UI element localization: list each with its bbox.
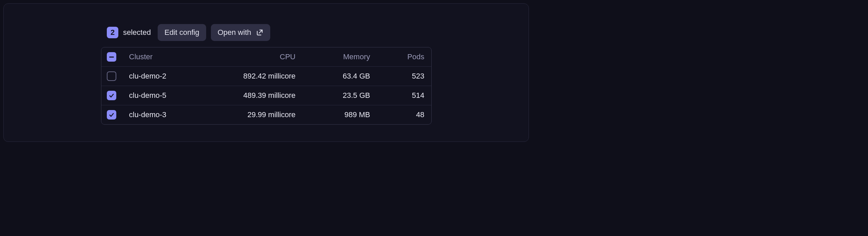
- table-row[interactable]: clu-demo-5 489.39 millicore 23.5 GB 514: [101, 86, 431, 105]
- select-all-checkbox[interactable]: [107, 52, 116, 62]
- open-with-label: Open with: [218, 28, 251, 37]
- check-icon: [108, 92, 115, 99]
- row-checkbox[interactable]: [107, 91, 116, 100]
- cell-pods: 523: [370, 72, 425, 81]
- open-external-icon: [256, 29, 263, 36]
- header-memory: Memory: [296, 52, 370, 61]
- cluster-table: Cluster CPU Memory Pods clu-demo-2 892.4…: [101, 47, 432, 125]
- selected-label: selected: [123, 28, 151, 37]
- table-header-row: Cluster CPU Memory Pods: [101, 47, 431, 67]
- selected-count-badge: 2: [107, 27, 118, 38]
- check-icon: [108, 112, 115, 118]
- selection-toolbar: 2 selected Edit config Open with: [4, 24, 529, 41]
- cluster-panel: 2 selected Edit config Open with Cluster…: [3, 3, 529, 142]
- header-cluster: Cluster: [129, 52, 221, 61]
- cell-pods: 514: [370, 91, 425, 100]
- cell-cpu: 892.42 millicore: [221, 72, 296, 81]
- cell-cpu: 29.99 millicore: [221, 110, 296, 119]
- open-with-button[interactable]: Open with: [211, 24, 270, 41]
- cell-cpu: 489.39 millicore: [221, 91, 296, 100]
- cell-memory: 63.4 GB: [296, 72, 370, 81]
- header-pods: Pods: [370, 52, 425, 61]
- cell-cluster: clu-demo-5: [129, 91, 221, 100]
- row-checkbox[interactable]: [107, 110, 116, 120]
- cell-memory: 23.5 GB: [296, 91, 370, 100]
- row-checkbox[interactable]: [107, 71, 116, 81]
- table-row[interactable]: clu-demo-3 29.99 millicore 989 MB 48: [101, 105, 431, 124]
- cell-pods: 48: [370, 110, 425, 119]
- indeterminate-icon: [109, 57, 114, 58]
- cell-cluster: clu-demo-2: [129, 72, 221, 81]
- edit-config-label: Edit config: [164, 28, 199, 37]
- cell-memory: 989 MB: [296, 110, 370, 119]
- edit-config-button[interactable]: Edit config: [158, 24, 206, 41]
- header-cpu: CPU: [221, 52, 296, 61]
- cell-cluster: clu-demo-3: [129, 110, 221, 119]
- table-row[interactable]: clu-demo-2 892.42 millicore 63.4 GB 523: [101, 67, 431, 86]
